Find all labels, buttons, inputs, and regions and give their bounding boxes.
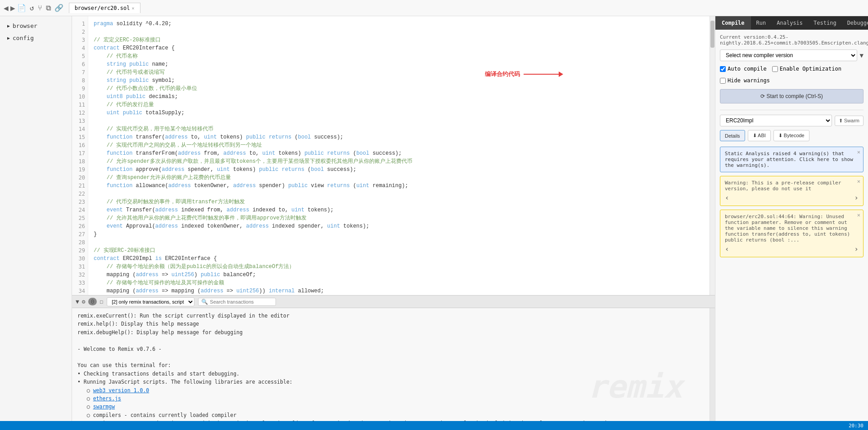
ethers-link[interactable]: ethers.js [93, 395, 121, 402]
editor-scrollbar[interactable] [710, 16, 715, 295]
browser-arrow-icon: ▶ [7, 23, 10, 28]
editor-tab[interactable]: browser/erc20.sol × [69, 3, 140, 13]
refresh-icon[interactable]: ↺ [30, 4, 34, 12]
terminal-line-1: remix.exeCurrent(): Run the script curre… [77, 312, 704, 320]
contract-row: ERC20Impl ⬆ Swarm [720, 115, 863, 126]
compile-nav-button[interactable]: Compile [715, 16, 751, 30]
forward-button[interactable]: ▶ [10, 4, 15, 12]
auto-compile-checkbox[interactable] [720, 66, 726, 72]
terminal-search-icon: 🔍 [201, 299, 208, 305]
terminal-clear-icon[interactable]: ☐ [99, 298, 103, 305]
compiler-version-select[interactable]: Select new compiler version [720, 49, 857, 61]
hide-warnings-checkbox[interactable] [720, 78, 726, 84]
static-warning-close[interactable]: ✕ [857, 149, 860, 155]
terminal-search-box: 🔍 [198, 298, 276, 306]
terminal-welcome: - Welcome to Remix v0.7.6 - [77, 345, 704, 353]
line-numbers: 12345 678910 1112131415 1617181920 21222… [72, 16, 88, 295]
unused-param-warning-text: browser/erc20.sol:44:64: Warning: Unused… [725, 214, 850, 243]
abi-button[interactable]: ⬇ ABI [748, 130, 771, 141]
run-nav-button[interactable]: Run [751, 16, 772, 30]
unused-param-next-icon[interactable]: › [854, 245, 859, 253]
file-icon[interactable]: 📄 [17, 4, 26, 12]
back-button[interactable]: ◀ [4, 4, 9, 12]
copy-icon[interactable]: ⧉ [46, 4, 51, 12]
right-content: Current version:0.4.25-nightly.2018.6.25… [715, 30, 868, 421]
unused-param-warning: ✕ browser/erc20.sol:44:64: Warning: Unus… [720, 210, 863, 257]
static-warning-text: Static Analysis raised 4 warning(s) that… [725, 151, 853, 168]
terminal-line-2: remix.help(): Display this help message [77, 320, 704, 328]
tab-label: browser/erc20.sol [75, 5, 130, 11]
terminal-usage-2: • Running JavaScript scripts. The follow… [77, 378, 704, 386]
terminal-down-icon[interactable]: ▼ [76, 298, 79, 305]
right-nav: Compile Run Analysis Testing Debugger Se… [715, 16, 868, 30]
sidebar-config-label: config [13, 35, 34, 41]
pre-release-warning-text: Warning: This is a pre-release compiler … [725, 180, 841, 192]
nav-buttons[interactable]: ◀ ▶ [4, 4, 15, 12]
start-compile-button[interactable]: ⟳ Start to compile (Ctrl-S) [720, 89, 863, 103]
action-buttons: Details ⬇ ABI ⬇ Bytecode [720, 130, 863, 141]
code-panel[interactable]: 12345 678910 1112131415 1617181920 21222… [72, 16, 715, 295]
swarmgw-link[interactable]: swarmgw [93, 403, 115, 410]
enable-optimization-checkbox-label[interactable]: Enable Optimization [772, 66, 841, 72]
auto-compile-label: Auto compile [728, 66, 767, 72]
sidebar-item-config[interactable]: ▶ config [0, 32, 72, 44]
details-button[interactable]: Details [720, 130, 745, 141]
terminal-lib-2: ○ ethers.js [77, 394, 704, 403]
sidebar: ▶ browser ▶ config [0, 16, 72, 421]
tab-close-button[interactable]: × [131, 6, 134, 11]
tab-bar: browser/erc20.sol × [69, 3, 140, 13]
pre-release-prev-icon[interactable]: ‹ [725, 193, 729, 202]
terminal-script-dropdown[interactable]: [2] only remix transactions, script [107, 297, 194, 306]
version-info: Current version:0.4.25-nightly.2018.6.25… [720, 34, 863, 46]
auto-compile-checkbox-label[interactable]: Auto compile [720, 66, 767, 72]
editor-area: 编译合约代码 12345 678910 1112131415 161718192… [72, 16, 715, 421]
terminal-lib-3: ○ swarmgw [77, 403, 704, 411]
terminal-lib-4: ○ compilers - contains currently loaded … [77, 411, 704, 419]
static-analysis-warning: ✕ Static Analysis raised 4 warning(s) th… [720, 147, 863, 172]
terminal-toolbar: ▼ ⚙ 0 ☐ [2] only remix transactions, scr… [72, 296, 715, 308]
config-arrow-icon: ▶ [7, 36, 10, 40]
right-panel: Compile Run Analysis Testing Debugger Se… [715, 16, 868, 421]
divider [720, 110, 863, 110]
compiler-select-row: Select new compiler version ▼ [720, 49, 863, 61]
code-content[interactable]: pragma solidity ^0.4.20; // 宏定义ERC-20标准接… [88, 16, 710, 295]
pre-release-next-icon[interactable]: › [854, 193, 859, 202]
scrollbar-handle[interactable] [710, 21, 714, 48]
git-icon[interactable]: ⑂ [38, 4, 42, 12]
terminal-line-3: remix.debugHelp(): Display help message … [77, 328, 704, 336]
pre-release-warning-close[interactable]: ✕ [857, 178, 860, 184]
terminal-lib-1: ○ web3 version 1.0.0 [77, 386, 704, 394]
debugger-nav-button[interactable]: Debugger [842, 16, 868, 30]
topbar: ◀ ▶ 📄 ↺ ⑂ ⧉ 🔗 browser/erc20.sol × [0, 0, 868, 16]
contract-select[interactable]: ERC20Impl [720, 115, 832, 126]
hide-warnings-checkbox-label[interactable]: Hide warnings [720, 77, 770, 84]
terminal-scrollbar[interactable] [710, 308, 715, 421]
terminal-toolbar-icons: ▼ ⚙ 0 ☐ [76, 298, 103, 305]
terminal-area: ▼ ⚙ 0 ☐ [2] only remix transactions, scr… [72, 295, 715, 421]
unused-param-prev-icon[interactable]: ‹ [725, 245, 729, 253]
link-icon[interactable]: 🔗 [54, 4, 63, 12]
swarm-button[interactable]: ⬆ Swarm [835, 116, 863, 126]
sidebar-browser-label: browser [13, 22, 37, 29]
terminal-usage-1: • Checking transactions details and star… [77, 370, 704, 378]
main-layout: ▶ browser ▶ config 编译合约代码 12345 678910 1… [0, 16, 868, 421]
terminal-usage-header: You can use this terminal for: [77, 361, 704, 369]
bytecode-button[interactable]: ⬇ Bytecode [773, 130, 809, 141]
enable-optimization-checkbox[interactable] [772, 66, 778, 72]
unused-param-warning-close[interactable]: ✕ [857, 212, 860, 218]
unused-param-warning-nav: ‹ › [725, 245, 859, 253]
checkboxes: Auto compile Enable Optimization Hide wa… [720, 66, 863, 84]
terminal-content: remix.exeCurrent(): Run the script curre… [72, 308, 710, 421]
status-bar: 20:30 [0, 421, 868, 430]
enable-optimization-label: Enable Optimization [780, 66, 841, 72]
testing-nav-button[interactable]: Testing [808, 16, 842, 30]
compiler-dropdown-icon: ▼ [860, 52, 863, 59]
sidebar-item-browser[interactable]: ▶ browser [0, 20, 72, 32]
topbar-icons: 📄 ↺ ⑂ ⧉ 🔗 [17, 4, 63, 12]
terminal-badge: 0 [88, 298, 97, 305]
terminal-search-input[interactable] [210, 299, 273, 305]
web3-link[interactable]: web3 version 1.0.0 [93, 387, 149, 394]
analysis-nav-button[interactable]: Analysis [771, 16, 808, 30]
terminal-settings-icon[interactable]: ⚙ [82, 298, 86, 305]
editor-container: 12345 678910 1112131415 1617181920 21222… [72, 16, 715, 295]
